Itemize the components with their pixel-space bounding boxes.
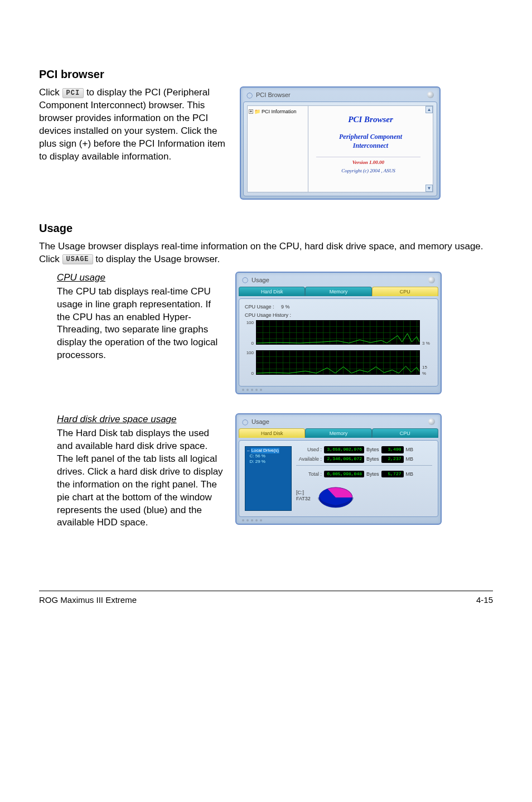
avail-bytes-unit: Bytes [366, 456, 379, 462]
used-bytes: 3,659,902,976 [324, 446, 364, 453]
pci-section-heading: PCI browser [39, 67, 493, 82]
drive-tree-c[interactable]: C: 56 % [247, 453, 289, 459]
hdd-window-body: – Local Drive(s) C: 56 % D: 29 % Used : … [239, 440, 438, 517]
drive-tree: – Local Drive(s) C: 56 % D: 29 % [245, 446, 292, 511]
avail-mb: 2,237 [381, 456, 404, 463]
hdd-usage-block: Hard disk drive space usage The Hard Dis… [39, 413, 493, 529]
cpu-usage-value: 9 % [281, 304, 290, 310]
tab-harddisk[interactable]: Hard Disk [239, 428, 305, 438]
cpu-graph-2 [256, 350, 420, 375]
hdd-usage-paragraph: The Hard Disk tab displays the used and … [57, 428, 223, 528]
pci-columns: Click PCI to display the PCI (Peripheral… [39, 86, 493, 200]
hdd-usage-screenshot: ◯ Usage Hard Disk Memory CPU – Local Dri… [235, 413, 493, 525]
drive-tree-d[interactable]: D: 29 % [247, 459, 289, 465]
used-label: Used : [296, 446, 322, 453]
cpu-history-label: CPU Usage History : [245, 312, 432, 318]
cpu-usage-label-row: CPU Usage : 9 % [245, 303, 432, 310]
tab-harddisk[interactable]: Hard Disk [239, 287, 305, 296]
drive-d-label: D: 29 % [249, 459, 265, 464]
pci-content-subtitle: Peripheral ComponentInterconnect [311, 133, 431, 150]
total-mb: 5,727 [381, 471, 404, 478]
hdd-window-titlebar: ◯ Usage [239, 417, 438, 428]
tab-memory[interactable]: Memory [305, 428, 371, 438]
hdd-total-row: Total : 6,005,998,048 Bytes 5,727 MB [296, 471, 432, 478]
cpu-usage-paragraph: The CPU tab displays real-time CPU usage… [57, 286, 217, 361]
hdd-window: ◯ Usage Hard Disk Memory CPU – Local Dri… [235, 413, 442, 525]
pci-tree-row[interactable]: + 📁 PCI Information [249, 108, 307, 115]
pci-window-titlebar: ◯ PCI Browser [243, 90, 437, 102]
tab-cpu[interactable]: CPU [372, 287, 438, 296]
cpu-window-title: Usage [252, 276, 269, 284]
used-mb: 3,490 [381, 446, 404, 453]
avail-bytes: 2,346,095,072 [324, 456, 364, 463]
cpu-usage-screenshot: ◯ Usage Hard Disk Memory CPU CPU Usage :… [235, 272, 493, 394]
pci-content-copyright: Copyright (c) 2004 , ASUS [316, 167, 420, 174]
close-icon[interactable] [427, 91, 434, 98]
footer-left: ROG Maximus III Extreme [39, 595, 137, 606]
expand-icon[interactable]: + [249, 109, 253, 114]
total-bytes-unit: Bytes [366, 471, 379, 477]
usage-intro-paragraph: The Usage browser displays real-time inf… [39, 240, 493, 266]
cpu-usage-block: CPU usage The CPU tab displays real-time… [39, 272, 493, 394]
pie-chart-icon [316, 481, 355, 511]
footer-right: 4-15 [476, 595, 493, 606]
pie-labels: [C:] FAT32 [296, 490, 311, 503]
pie-svg-icon [316, 481, 355, 511]
close-icon[interactable] [428, 277, 435, 283]
pci-inline-button: PCI [62, 88, 84, 98]
axis-top-2: 100 [245, 350, 254, 356]
scroll-up-icon[interactable]: ▲ [425, 106, 433, 113]
cpu-window-body: CPU Usage : 9 % CPU Usage History : 100 … [239, 298, 438, 386]
pci-paragraph: Click PCI to display the PCI (Peripheral… [39, 86, 229, 163]
pci-tree-panel: + 📁 PCI Information [247, 105, 308, 192]
folder-icon: 📁 [254, 108, 260, 115]
total-label: Total : [296, 471, 322, 477]
cpu-graph2-yaxis: 100 0 [245, 350, 254, 377]
divider [296, 465, 432, 468]
usage-intro-post: to display the Usage browser. [93, 254, 220, 264]
drive-tree-root-label: Local Drive(s) [251, 448, 279, 453]
cpu-usage-label: CPU Usage : [245, 304, 274, 310]
pci-tree-item-label: PCI Information [262, 108, 297, 115]
cpu-graph2-pct: 15 % [422, 350, 432, 377]
cpu-pct-2: 15 % [422, 365, 432, 377]
hdd-tabs: Hard Disk Memory CPU [239, 428, 438, 438]
axis-top-1: 100 [245, 320, 254, 326]
total-bytes: 6,005,998,048 [324, 471, 364, 478]
pci-window: ◯ PCI Browser + 📁 PCI Information ▲ PCI … [240, 86, 441, 200]
window-footer-dots [239, 517, 438, 521]
pci-window-body: + 📁 PCI Information ▲ PCI Browser Periph… [243, 102, 437, 196]
cpu-window-bullet-icon: ◯ [242, 276, 248, 284]
close-icon[interactable] [428, 418, 435, 425]
pie-fs-label: FAT32 [296, 496, 311, 503]
usage-inline-button: USAGE [62, 254, 93, 264]
cpu-line-icon [257, 351, 419, 374]
cpu-tabs: Hard Disk Memory CPU [239, 287, 438, 296]
cpu-line-icon [257, 321, 419, 344]
hdd-window-bullet-icon: ◯ [242, 418, 248, 426]
axis-bottom-2: 0 [245, 371, 254, 377]
hdd-window-title: Usage [252, 418, 269, 426]
cpu-graph-row-1: 100 0 3 % [245, 320, 432, 347]
cpu-usage-heading: CPU usage [57, 272, 224, 284]
pci-para-post: to display the PCI (Peripheral Component… [39, 87, 225, 162]
hdd-info-panel: Used : 3,659,902,976 Bytes 3,490 MB Avai… [296, 446, 432, 511]
tab-cpu[interactable]: CPU [372, 428, 438, 438]
pci-content-version: Version 1.00.00 [316, 157, 420, 166]
total-mb-unit: MB [406, 471, 414, 477]
pie-area: [C:] FAT32 [296, 481, 432, 511]
cpu-usage-text: CPU usage The CPU tab displays real-time… [57, 272, 224, 363]
drive-tree-root[interactable]: – Local Drive(s) [247, 448, 289, 453]
cpu-graph1-yaxis: 100 0 [245, 320, 254, 347]
cpu-graph1-pct: 3 % [422, 320, 432, 347]
used-bytes-unit: Bytes [366, 446, 379, 453]
pci-content-title: PCI Browser [311, 114, 431, 125]
hdd-usage-text: Hard disk drive space usage The Hard Dis… [57, 413, 224, 529]
scroll-down-icon[interactable]: ▼ [425, 185, 433, 192]
hdd-used-row: Used : 3,659,902,976 Bytes 3,490 MB [296, 446, 432, 453]
avail-mb-unit: MB [406, 456, 414, 462]
cpu-window-titlebar: ◯ Usage [239, 275, 438, 287]
tab-memory[interactable]: Memory [305, 287, 371, 296]
window-footer-dots [239, 386, 438, 391]
axis-bottom-1: 0 [245, 341, 254, 347]
